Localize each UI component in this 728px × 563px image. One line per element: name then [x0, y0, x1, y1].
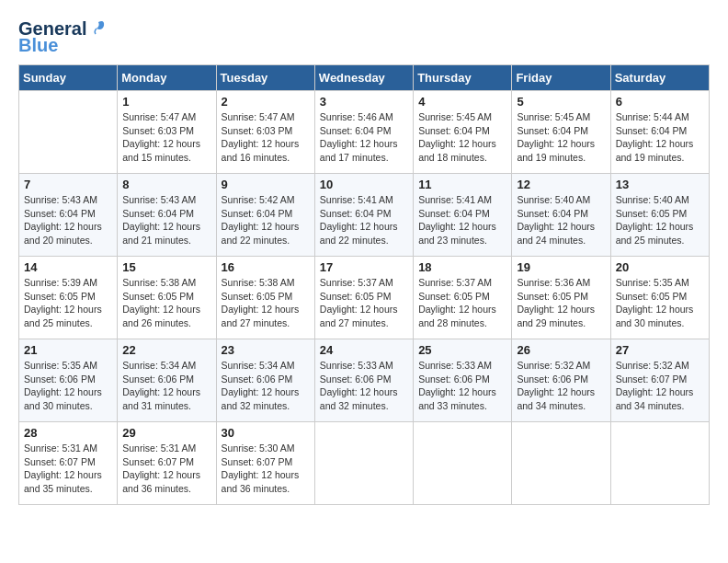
day-info: Sunrise: 5:47 AM Sunset: 6:03 PM Dayligh… [122, 110, 210, 165]
day-number: 8 [122, 178, 210, 191]
day-number: 9 [222, 178, 310, 191]
calendar-cell: 16Sunrise: 5:38 AM Sunset: 6:05 PM Dayli… [216, 257, 314, 339]
calendar-cell: 5Sunrise: 5:45 AM Sunset: 6:04 PM Daylig… [512, 91, 610, 174]
day-info: Sunrise: 5:37 AM Sunset: 6:05 PM Dayligh… [418, 276, 506, 330]
day-number: 23 [222, 343, 310, 357]
calendar-cell [19, 91, 118, 174]
day-number: 4 [418, 95, 506, 109]
calendar-week-3: 14Sunrise: 5:39 AM Sunset: 6:05 PM Dayli… [19, 257, 710, 339]
day-info: Sunrise: 5:43 AM Sunset: 6:04 PM Dayligh… [122, 193, 210, 247]
calendar-cell: 11Sunrise: 5:41 AM Sunset: 6:04 PM Dayli… [414, 174, 512, 257]
calendar-cell: 15Sunrise: 5:38 AM Sunset: 6:05 PM Dayli… [118, 257, 216, 339]
day-number: 16 [222, 260, 310, 274]
calendar-cell: 4Sunrise: 5:45 AM Sunset: 6:04 PM Daylig… [414, 91, 512, 174]
day-info: Sunrise: 5:32 AM Sunset: 6:06 PM Dayligh… [517, 359, 605, 413]
calendar-cell: 17Sunrise: 5:37 AM Sunset: 6:05 PM Dayli… [314, 257, 413, 339]
day-number: 5 [517, 95, 605, 109]
calendar-cell: 1Sunrise: 5:47 AM Sunset: 6:03 PM Daylig… [118, 91, 216, 174]
day-info: Sunrise: 5:33 AM Sunset: 6:06 PM Dayligh… [320, 359, 408, 413]
day-number: 28 [24, 426, 112, 440]
calendar-cell: 27Sunrise: 5:32 AM Sunset: 6:07 PM Dayli… [610, 339, 709, 422]
page-header: General Blue [18, 18, 710, 55]
day-info: Sunrise: 5:34 AM Sunset: 6:06 PM Dayligh… [122, 359, 210, 413]
calendar-cell: 14Sunrise: 5:39 AM Sunset: 6:05 PM Dayli… [19, 257, 118, 339]
day-number: 11 [418, 178, 506, 191]
logo: General Blue [18, 18, 108, 55]
logo-blue: Blue [18, 35, 108, 55]
day-header-thursday: Thursday [414, 65, 512, 91]
day-info: Sunrise: 5:38 AM Sunset: 6:05 PM Dayligh… [122, 276, 210, 330]
day-info: Sunrise: 5:44 AM Sunset: 6:04 PM Dayligh… [616, 110, 704, 165]
calendar-cell [512, 422, 610, 505]
calendar-week-5: 28Sunrise: 5:31 AM Sunset: 6:07 PM Dayli… [19, 422, 710, 505]
day-number: 1 [122, 95, 210, 109]
day-info: Sunrise: 5:35 AM Sunset: 6:06 PM Dayligh… [24, 359, 112, 413]
day-header-tuesday: Tuesday [216, 65, 314, 91]
calendar-cell: 7Sunrise: 5:43 AM Sunset: 6:04 PM Daylig… [19, 174, 118, 257]
calendar-header-row: SundayMondayTuesdayWednesdayThursdayFrid… [19, 65, 710, 91]
calendar-cell [610, 422, 709, 505]
calendar-week-4: 21Sunrise: 5:35 AM Sunset: 6:06 PM Dayli… [19, 339, 710, 422]
day-info: Sunrise: 5:41 AM Sunset: 6:04 PM Dayligh… [320, 193, 408, 247]
day-header-friday: Friday [512, 65, 610, 91]
day-info: Sunrise: 5:34 AM Sunset: 6:06 PM Dayligh… [222, 359, 310, 413]
calendar-cell: 19Sunrise: 5:36 AM Sunset: 6:05 PM Dayli… [512, 257, 610, 339]
day-info: Sunrise: 5:32 AM Sunset: 6:07 PM Dayligh… [616, 359, 704, 413]
day-number: 2 [222, 95, 310, 109]
day-number: 25 [418, 343, 506, 357]
calendar-cell: 22Sunrise: 5:34 AM Sunset: 6:06 PM Dayli… [118, 339, 216, 422]
day-number: 14 [24, 260, 112, 274]
day-header-saturday: Saturday [610, 65, 709, 91]
calendar-table: SundayMondayTuesdayWednesdayThursdayFrid… [18, 64, 710, 505]
calendar-cell: 12Sunrise: 5:40 AM Sunset: 6:04 PM Dayli… [512, 174, 610, 257]
day-number: 13 [616, 178, 704, 191]
calendar-cell: 3Sunrise: 5:46 AM Sunset: 6:04 PM Daylig… [314, 91, 413, 174]
day-info: Sunrise: 5:36 AM Sunset: 6:05 PM Dayligh… [517, 276, 605, 330]
calendar-cell: 18Sunrise: 5:37 AM Sunset: 6:05 PM Dayli… [414, 257, 512, 339]
calendar-cell: 24Sunrise: 5:33 AM Sunset: 6:06 PM Dayli… [314, 339, 413, 422]
calendar-cell: 2Sunrise: 5:47 AM Sunset: 6:03 PM Daylig… [216, 91, 314, 174]
day-info: Sunrise: 5:40 AM Sunset: 6:04 PM Dayligh… [517, 193, 605, 247]
day-number: 17 [320, 260, 408, 274]
day-number: 20 [616, 260, 704, 274]
day-number: 15 [122, 260, 210, 274]
day-info: Sunrise: 5:38 AM Sunset: 6:05 PM Dayligh… [222, 276, 310, 330]
day-number: 24 [320, 343, 408, 357]
calendar-cell: 25Sunrise: 5:33 AM Sunset: 6:06 PM Dayli… [414, 339, 512, 422]
day-number: 6 [616, 95, 704, 109]
day-number: 10 [320, 178, 408, 191]
day-info: Sunrise: 5:41 AM Sunset: 6:04 PM Dayligh… [418, 193, 506, 247]
calendar-week-2: 7Sunrise: 5:43 AM Sunset: 6:04 PM Daylig… [19, 174, 710, 257]
calendar-cell: 10Sunrise: 5:41 AM Sunset: 6:04 PM Dayli… [314, 174, 413, 257]
day-number: 3 [320, 95, 408, 109]
day-info: Sunrise: 5:39 AM Sunset: 6:05 PM Dayligh… [24, 276, 112, 330]
calendar-cell: 23Sunrise: 5:34 AM Sunset: 6:06 PM Dayli… [216, 339, 314, 422]
calendar-cell: 21Sunrise: 5:35 AM Sunset: 6:06 PM Dayli… [19, 339, 118, 422]
day-info: Sunrise: 5:31 AM Sunset: 6:07 PM Dayligh… [122, 442, 210, 496]
day-number: 12 [517, 178, 605, 191]
day-number: 26 [517, 343, 605, 357]
calendar-week-1: 1Sunrise: 5:47 AM Sunset: 6:03 PM Daylig… [19, 91, 710, 174]
day-number: 7 [24, 178, 112, 191]
day-number: 18 [418, 260, 506, 274]
calendar-cell [314, 422, 413, 505]
day-info: Sunrise: 5:33 AM Sunset: 6:06 PM Dayligh… [418, 359, 506, 413]
day-info: Sunrise: 5:35 AM Sunset: 6:05 PM Dayligh… [616, 276, 704, 330]
calendar-cell: 9Sunrise: 5:42 AM Sunset: 6:04 PM Daylig… [216, 174, 314, 257]
day-number: 30 [222, 426, 310, 440]
day-info: Sunrise: 5:37 AM Sunset: 6:05 PM Dayligh… [320, 276, 408, 330]
calendar-cell [414, 422, 512, 505]
day-header-monday: Monday [118, 65, 216, 91]
calendar-cell: 26Sunrise: 5:32 AM Sunset: 6:06 PM Dayli… [512, 339, 610, 422]
day-info: Sunrise: 5:46 AM Sunset: 6:04 PM Dayligh… [320, 110, 408, 165]
calendar-cell: 30Sunrise: 5:30 AM Sunset: 6:07 PM Dayli… [216, 422, 314, 505]
day-info: Sunrise: 5:47 AM Sunset: 6:03 PM Dayligh… [222, 110, 310, 165]
day-number: 21 [24, 343, 112, 357]
day-info: Sunrise: 5:30 AM Sunset: 6:07 PM Dayligh… [222, 442, 310, 496]
day-info: Sunrise: 5:31 AM Sunset: 6:07 PM Dayligh… [24, 442, 112, 496]
day-info: Sunrise: 5:45 AM Sunset: 6:04 PM Dayligh… [418, 110, 506, 165]
calendar-cell: 13Sunrise: 5:40 AM Sunset: 6:05 PM Dayli… [610, 174, 709, 257]
calendar-cell: 8Sunrise: 5:43 AM Sunset: 6:04 PM Daylig… [118, 174, 216, 257]
day-header-sunday: Sunday [19, 65, 118, 91]
calendar-cell: 29Sunrise: 5:31 AM Sunset: 6:07 PM Dayli… [118, 422, 216, 505]
